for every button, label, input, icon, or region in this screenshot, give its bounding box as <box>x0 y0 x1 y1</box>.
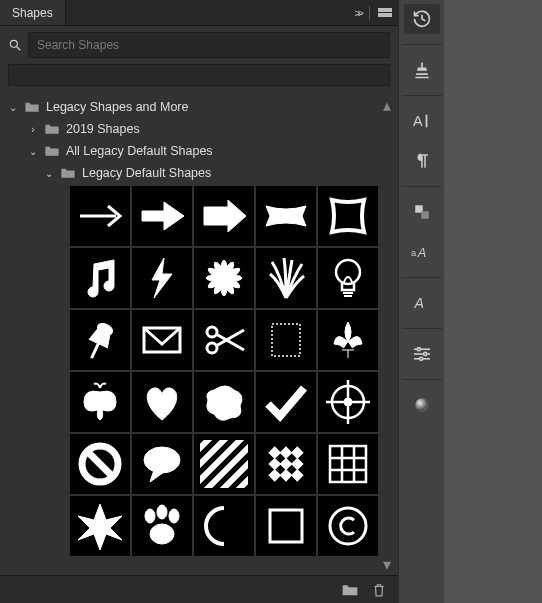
svg-point-12 <box>336 260 360 284</box>
svg-point-0 <box>10 40 17 47</box>
shape-envelope[interactable] <box>132 310 192 370</box>
tab-shapes[interactable]: Shapes <box>0 0 66 25</box>
svg-point-52 <box>145 509 155 523</box>
shape-arrow-thin[interactable] <box>70 186 130 246</box>
svg-rect-45 <box>269 470 280 481</box>
collapse-panel-icon[interactable]: >> <box>354 7 361 19</box>
shape-checkerboard[interactable] <box>256 434 316 494</box>
folder-label: Legacy Default Shapes <box>82 166 211 180</box>
shape-copyright[interactable] <box>318 496 378 556</box>
shape-music-notes[interactable] <box>70 248 130 308</box>
type-styles-icon[interactable]: A <box>404 288 440 318</box>
svg-marker-30 <box>150 470 164 482</box>
paragraph-icon[interactable] <box>404 146 440 176</box>
panel-menu-icon[interactable] <box>378 8 392 18</box>
shape-no-sign[interactable] <box>70 434 130 494</box>
shape-banner-curled[interactable] <box>256 186 316 246</box>
shape-arrow-block[interactable] <box>194 186 254 246</box>
shape-heart[interactable] <box>132 372 192 432</box>
chevron-down-icon: ⌄ <box>44 168 54 179</box>
shape-crescent[interactable] <box>194 496 254 556</box>
svg-point-66 <box>417 348 420 351</box>
folder-2019-shapes[interactable]: › 2019 Shapes <box>6 118 394 140</box>
character-icon[interactable]: A <box>404 106 440 136</box>
search-row <box>0 26 398 64</box>
shape-checkmark[interactable] <box>256 372 316 432</box>
folder-legacy-default-shapes[interactable]: ⌄ Legacy Default Shapes <box>6 162 394 184</box>
folder-label: 2019 Shapes <box>66 122 140 136</box>
shape-postage-stamp[interactable] <box>256 310 316 370</box>
shape-scissors[interactable] <box>194 310 254 370</box>
history-icon[interactable] <box>404 4 440 34</box>
scroll-down-arrow[interactable]: ▾ <box>380 557 394 571</box>
svg-rect-22 <box>272 324 300 356</box>
filter-bar[interactable] <box>8 64 390 86</box>
shape-crosshair-target[interactable] <box>318 372 378 432</box>
new-group-icon[interactable] <box>342 583 358 597</box>
folder-label: Legacy Shapes and More <box>46 100 188 114</box>
shape-diagonal-stripes[interactable] <box>194 434 254 494</box>
glyphs-icon[interactable]: aA <box>404 237 440 267</box>
folder-icon <box>60 167 76 179</box>
shape-starburst[interactable] <box>70 496 130 556</box>
svg-marker-4 <box>204 200 246 232</box>
folder-all-legacy-default-shapes[interactable]: ⌄ All Legacy Default Shapes <box>6 140 394 162</box>
folder-icon <box>44 123 60 135</box>
svg-marker-3 <box>142 202 184 230</box>
svg-rect-42 <box>269 447 280 458</box>
delete-icon[interactable] <box>372 582 386 598</box>
svg-line-1 <box>17 47 21 51</box>
svg-point-55 <box>150 524 174 544</box>
shape-light-bulb[interactable] <box>318 248 378 308</box>
shape-butterfly[interactable] <box>70 372 130 432</box>
chevron-down-icon: ⌄ <box>28 146 38 157</box>
svg-line-16 <box>92 344 99 359</box>
search-input[interactable] <box>28 32 390 58</box>
svg-rect-44 <box>292 447 303 458</box>
search-icon <box>8 38 22 52</box>
shape-push-pin[interactable] <box>70 310 130 370</box>
svg-rect-56 <box>270 510 302 542</box>
shape-arrow-medium[interactable] <box>132 186 192 246</box>
shape-fleur-de-lis[interactable] <box>318 310 378 370</box>
shape-blob[interactable] <box>194 372 254 432</box>
panel-footer <box>0 575 398 603</box>
shape-tree: ⌄ Legacy Shapes and More › 2019 Shapes ⌄… <box>0 94 398 575</box>
shape-grid-3x3[interactable] <box>318 434 378 494</box>
panel-divider <box>369 6 370 20</box>
svg-marker-51 <box>78 504 122 550</box>
folder-legacy-shapes-and-more[interactable]: ⌄ Legacy Shapes and More <box>6 96 394 118</box>
shape-paw-print[interactable] <box>132 496 192 556</box>
shape-grass-tuft[interactable] <box>256 248 316 308</box>
svg-point-19 <box>207 343 217 353</box>
shape-flower-burst[interactable] <box>194 248 254 308</box>
svg-rect-40 <box>269 458 280 469</box>
svg-rect-43 <box>292 470 303 481</box>
shape-lightning-bolt[interactable] <box>132 248 192 308</box>
svg-point-53 <box>157 505 167 519</box>
svg-point-29 <box>144 447 180 473</box>
svg-point-68 <box>423 352 426 355</box>
shape-grid <box>70 184 382 556</box>
svg-line-28 <box>87 451 113 477</box>
shapes-panel: Shapes >> ▴ ⌄ Legacy Shapes and More › 2… <box>0 0 398 603</box>
chevron-down-icon: ⌄ <box>8 102 18 113</box>
tab-label: Shapes <box>12 6 53 20</box>
clone-stamp-icon[interactable] <box>404 55 440 85</box>
svg-text:A: A <box>413 295 423 311</box>
shape-square-outline[interactable] <box>256 496 316 556</box>
svg-rect-46 <box>330 446 366 482</box>
tab-bar: Shapes >> <box>0 0 398 26</box>
svg-text:a: a <box>411 248 417 258</box>
svg-point-54 <box>169 509 179 523</box>
right-toolbar: A aA A <box>398 0 444 603</box>
shape-speech-bubble[interactable] <box>132 434 192 494</box>
shape-frame-wavy[interactable] <box>318 186 378 246</box>
svg-point-18 <box>207 327 217 337</box>
svg-rect-61 <box>421 211 429 219</box>
sphere-3d-icon[interactable] <box>404 390 440 420</box>
layers-align-icon[interactable] <box>404 197 440 227</box>
svg-rect-38 <box>292 458 303 469</box>
folder-icon <box>24 101 40 113</box>
adjustments-icon[interactable] <box>404 339 440 369</box>
